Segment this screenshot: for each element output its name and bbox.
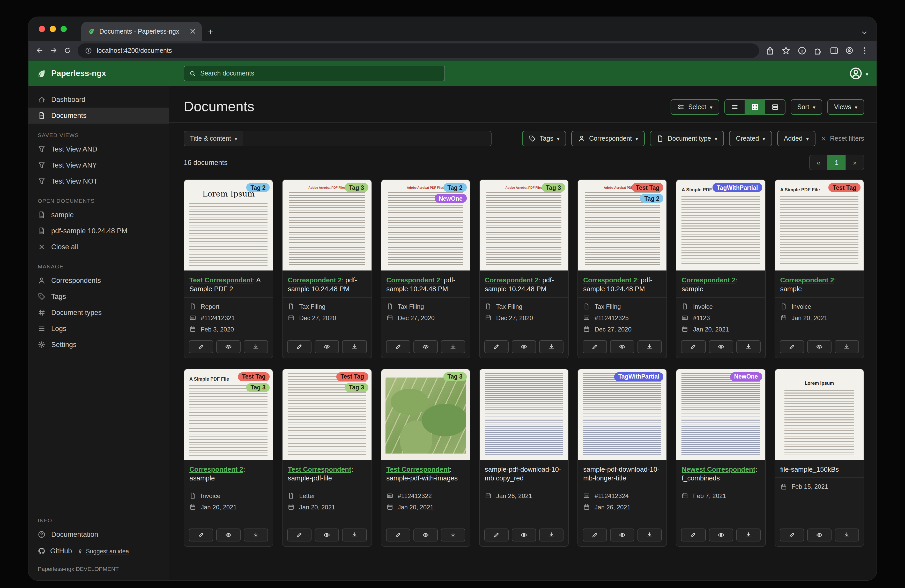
close-window-button[interactable] (39, 26, 45, 32)
edit-document-button[interactable] (287, 529, 312, 542)
tag-badge-test-tag[interactable]: Test Tag (337, 372, 368, 381)
user-menu[interactable] (849, 67, 868, 80)
document-card[interactable]: Test TagTag 3Test Correspondent: sample-… (282, 369, 372, 547)
correspondent-link[interactable]: Correspondent 2 (780, 276, 834, 284)
tab-close-icon[interactable] (189, 27, 197, 35)
browser-tab[interactable]: Documents - Paperless-ngx (81, 22, 202, 41)
download-document-button[interactable] (244, 529, 268, 542)
document-thumbnail[interactable]: Tag 3 (381, 369, 470, 460)
url-bar[interactable]: localhost:4200/documents (78, 43, 759, 58)
download-document-button[interactable] (539, 529, 564, 542)
edit-document-button[interactable] (780, 529, 804, 542)
tag-badge-tag-3[interactable]: Tag 3 (443, 372, 467, 381)
zoom-window-button[interactable] (60, 26, 67, 32)
preview-document-button[interactable] (610, 529, 634, 542)
edit-document-button[interactable] (386, 529, 410, 542)
download-document-button[interactable] (835, 340, 859, 353)
views-button[interactable]: Views (827, 99, 864, 114)
correspondent-link[interactable]: Newest Correspondent (682, 466, 756, 473)
tag-badge-test-tag[interactable]: Test Tag (632, 183, 664, 192)
tag-badge-tag-2[interactable]: Tag 2 (246, 183, 270, 192)
tag-badge-tag-2[interactable]: Tag 2 (443, 183, 467, 192)
download-document-button[interactable] (539, 340, 564, 353)
filter-button-added[interactable]: Added (777, 131, 816, 146)
preview-document-button[interactable] (413, 529, 438, 542)
tag-badge-newone[interactable]: NewOne (435, 194, 467, 203)
filter-button-created[interactable]: Created (729, 131, 772, 146)
search-input[interactable] (200, 70, 439, 77)
download-document-button[interactable] (342, 340, 367, 353)
document-thumbnail[interactable]: Lorem IpsumTag 2 (184, 180, 273, 271)
filter-button-correspondent[interactable]: Correspondent (572, 131, 645, 146)
preview-document-button[interactable] (512, 529, 536, 542)
download-document-button[interactable] (441, 529, 465, 542)
sort-button[interactable]: Sort (791, 99, 822, 114)
tag-badge-tag-2[interactable]: Tag 2 (640, 194, 664, 203)
correspondent-link[interactable]: Test Correspondent (386, 466, 450, 473)
forward-button[interactable] (50, 46, 57, 54)
title-content-filter-input[interactable] (243, 131, 492, 146)
download-document-button[interactable] (638, 529, 662, 542)
reset-filters-button[interactable]: Reset filters (821, 135, 864, 142)
sidebar-item-documentation[interactable]: Documentation (29, 526, 169, 542)
document-card[interactable]: Adobe Acrobat PDF FilesTest TagTag 2Corr… (578, 179, 667, 358)
edit-document-button[interactable] (484, 340, 509, 353)
tag-badge-tag-3[interactable]: Tag 3 (345, 183, 368, 192)
preview-document-button[interactable] (709, 529, 733, 542)
document-thumbnail[interactable] (479, 369, 568, 460)
sidebar-item-test-view-any[interactable]: Test View ANY (29, 157, 169, 173)
tab-search-chevron-icon[interactable] (861, 29, 868, 37)
preview-document-button[interactable] (610, 340, 634, 353)
tag-badge-tagwithpartial[interactable]: TagWithPartial (614, 372, 664, 381)
extensions-puzzle-icon[interactable] (813, 46, 823, 55)
document-card[interactable]: NewOneNewest Correspondent: f_combinedsF… (676, 369, 766, 547)
document-thumbnail[interactable]: A Simple PDF FileTest TagTag 3 (184, 369, 273, 460)
document-thumbnail[interactable]: Adobe Acrobat PDF FilesTest TagTag 2 (578, 180, 667, 271)
tag-badge-tag-3[interactable]: Tag 3 (246, 383, 270, 392)
edit-document-button[interactable] (189, 529, 213, 542)
edit-document-button[interactable] (189, 340, 213, 353)
edit-document-button[interactable] (386, 340, 410, 353)
back-button[interactable] (36, 46, 43, 54)
correspondent-link[interactable]: Correspondent 2 (682, 276, 735, 284)
correspondent-link[interactable]: Test Correspondent (189, 276, 253, 284)
select-button[interactable]: Select (671, 99, 719, 114)
preview-document-button[interactable] (807, 340, 832, 353)
document-thumbnail[interactable]: Test TagTag 3 (283, 369, 372, 460)
document-thumbnail[interactable]: A Simple PDF FileTagWithPartial (676, 180, 765, 271)
app-brand[interactable]: Paperless-ngx (37, 68, 184, 78)
download-document-button[interactable] (835, 529, 859, 542)
tag-badge-tag-3[interactable]: Tag 3 (345, 383, 368, 392)
document-card[interactable]: A Simple PDF FileTest TagCorrespondent 2… (774, 179, 864, 358)
tag-badge-test-tag[interactable]: Test Tag (829, 183, 861, 192)
sidebar-item-tags[interactable]: Tags (29, 288, 169, 304)
detail-view-button[interactable] (765, 99, 786, 114)
download-document-button[interactable] (342, 529, 367, 542)
new-tab-button[interactable] (202, 23, 219, 41)
preview-document-button[interactable] (216, 529, 241, 542)
global-search[interactable] (184, 66, 445, 81)
preview-document-button[interactable] (512, 340, 536, 353)
document-card[interactable]: Tag 3Test Correspondent: sample-pdf-with… (381, 369, 470, 547)
document-thumbnail[interactable]: NewOne (676, 369, 765, 460)
sidebar-item-test-view-and[interactable]: Test View AND (29, 141, 169, 157)
list-view-button[interactable] (724, 99, 745, 114)
document-card[interactable]: TagWithPartialsample-pdf-download-10-mb-… (578, 369, 667, 547)
sidebar-item-sample[interactable]: sample (29, 207, 169, 223)
document-thumbnail[interactable]: Lorem ipsum (775, 369, 864, 460)
side-panel-icon[interactable] (829, 46, 839, 55)
document-thumbnail[interactable]: A Simple PDF FileTest Tag (775, 180, 864, 271)
sidebar-item-close-all[interactable]: Close all (29, 239, 169, 255)
document-card[interactable]: Adobe Acrobat PDF FilesTag 3Corresponden… (479, 179, 569, 358)
correspondent-link[interactable]: Correspondent 2 (485, 276, 539, 284)
pagination-next-button[interactable]: » (846, 155, 864, 170)
sidebar-item-documents[interactable]: Documents (29, 108, 169, 124)
pagination-prev-button[interactable]: « (809, 155, 828, 170)
filter-button-tags[interactable]: Tags (522, 131, 566, 146)
tag-badge-newone[interactable]: NewOne (730, 372, 762, 381)
reload-button[interactable] (64, 46, 71, 54)
document-card[interactable]: Adobe Acrobat PDF FilesTag 3Corresponden… (282, 179, 372, 358)
download-document-button[interactable] (638, 340, 662, 353)
sidebar-item-github[interactable]: GitHub (38, 547, 72, 555)
bookmark-star-icon[interactable] (781, 46, 791, 55)
